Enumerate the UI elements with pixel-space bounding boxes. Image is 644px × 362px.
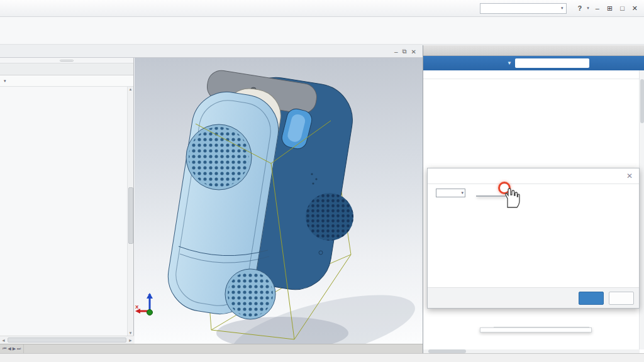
feature-tree xyxy=(0,87,127,336)
close-icon[interactable]: ✕ xyxy=(626,172,633,180)
command-ribbon xyxy=(0,17,644,45)
doc-close-button[interactable]: ✕ xyxy=(411,48,416,55)
3d-model[interactable] xyxy=(135,58,423,344)
tree-filter-bar[interactable]: ▾ xyxy=(0,75,133,87)
feature-manager-tabs xyxy=(0,63,133,75)
maturity-dropdown[interactable]: ▾ xyxy=(436,189,465,197)
search-caret-icon[interactable]: ▾ xyxy=(561,6,564,11)
plm-services-panel: ▼ ✕ xyxy=(423,45,644,353)
tree-horizontal-scrollbar[interactable]: ◄► xyxy=(0,336,134,344)
plm-vertical-scrollbar[interactable] xyxy=(639,70,644,349)
tab-scroll-buttons[interactable]: ⏮◀▶⏭ xyxy=(0,344,24,353)
dialog-title-bar: ✕ xyxy=(428,168,639,184)
doc-restore-button[interactable]: ⧉ xyxy=(402,48,406,55)
doc-minimize-button[interactable]: – xyxy=(394,48,398,55)
help-button[interactable]: ? xyxy=(578,4,582,12)
document-window-controls: – ⧉ ✕ xyxy=(379,48,423,57)
context-toolbar-icons xyxy=(480,327,592,332)
plm-structure-list xyxy=(423,79,640,168)
maturity-dropdown-list xyxy=(476,195,506,197)
panel-splitter-handle[interactable] xyxy=(0,58,133,63)
plm-search-input[interactable] xyxy=(517,60,577,67)
maximize-button[interactable]: □ xyxy=(619,4,626,12)
plm-panel-header xyxy=(423,45,644,56)
restore-button[interactable]: ⊞ xyxy=(606,4,614,13)
command-tab-row: – ⧉ ✕ xyxy=(0,45,423,58)
help-search-input[interactable] xyxy=(486,5,556,12)
titlebar-controls: ? ▾ – ⊞ □ ✕ xyxy=(567,4,644,13)
feature-manager-panel: ▾ ▲ ▼ ◄► xyxy=(0,58,134,344)
solidworks-window: ▾ ? ▾ – ⊞ □ ✕ – ⧉ ✕ ▾ xyxy=(0,0,644,362)
graphics-viewport[interactable]: Z X xyxy=(135,58,423,344)
maturity-dialog: ✕ ▾ xyxy=(427,168,640,309)
ok-button[interactable] xyxy=(579,292,604,305)
title-bar: ▾ ? ▾ – ⊞ □ ✕ xyxy=(0,0,644,17)
dialog-footer xyxy=(428,287,639,308)
plm-column-headers xyxy=(423,70,644,79)
cancel-button[interactable] xyxy=(609,292,634,305)
close-button[interactable]: ✕ xyxy=(631,4,639,13)
help-search-box[interactable]: ▾ xyxy=(480,3,567,14)
minimize-button[interactable]: – xyxy=(594,4,601,12)
coordinate-triad: Z X xyxy=(135,291,162,324)
hand-cursor xyxy=(502,187,521,210)
context-toolbar xyxy=(480,327,592,332)
session-bar: ▼ xyxy=(423,56,644,70)
status-bar xyxy=(0,353,644,362)
plm-search-box[interactable] xyxy=(515,58,589,68)
tree-vertical-scrollbar[interactable]: ▲ ▼ xyxy=(127,87,133,336)
chevron-down-icon: ▾ xyxy=(461,190,464,195)
dialog-prompt: ▾ xyxy=(433,189,468,197)
document-tabs-bar: ⏮◀▶⏭ xyxy=(0,344,423,353)
triad-z-label: Z xyxy=(148,293,151,299)
triad-x-label: X xyxy=(135,304,139,310)
chevron-down-icon[interactable]: ▼ xyxy=(507,60,512,66)
